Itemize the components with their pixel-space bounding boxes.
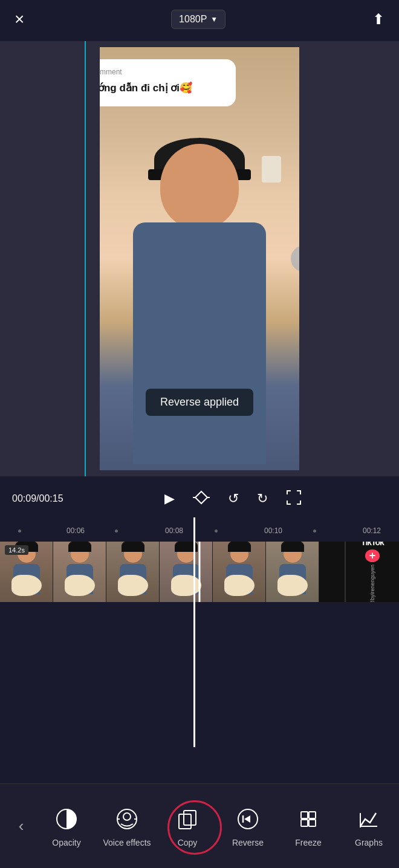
thumb-dog-5 — [277, 575, 308, 596]
ruler-mark-dot-1 — [115, 530, 118, 533]
toolbar-item-opacity[interactable]: Opacity — [36, 799, 97, 853]
header: × 1080P ▼ ⬆ — [0, 0, 399, 39]
thumb-dog-0 — [11, 575, 42, 596]
opacity-icon — [53, 805, 80, 833]
person-figure — [109, 120, 290, 470]
ruler-dot-3 — [313, 530, 316, 533]
fullscreen-button[interactable] — [286, 490, 302, 508]
video-frame: Reply to mingshu_mt's comment Up video h… — [100, 47, 299, 470]
ruler-dot-1 — [115, 530, 118, 533]
ruler-mark-dot-2 — [215, 530, 218, 533]
freeze-label: Freeze — [295, 838, 322, 847]
svg-marker-13 — [244, 815, 250, 823]
play-button[interactable]: ▶ — [164, 492, 175, 505]
ruler-mark-1: 00:08 — [165, 526, 183, 535]
undo-button[interactable]: ↺ — [228, 492, 239, 505]
toolbar-item-graphs[interactable]: Graphs — [339, 799, 399, 853]
video-preview: Reply to mingshu_mt's comment Up video h… — [0, 41, 399, 476]
opacity-label: Opacity — [52, 838, 80, 847]
tiktok-plus-icon: + — [365, 549, 380, 562]
strip-thumb-3 — [160, 542, 213, 602]
toolbar-item-voice-effects[interactable]: Voice effects — [97, 799, 157, 853]
thumb-person-5 — [274, 545, 311, 599]
strip-thumb-5 — [266, 542, 319, 602]
scrub-handle[interactable] — [291, 245, 299, 272]
ruler-label-3: 00:12 — [363, 526, 381, 535]
empty-tracks — [0, 602, 399, 747]
copy-label: Copy — [178, 838, 198, 847]
thumb-dog-2 — [118, 575, 148, 596]
thumb-bg-1 — [53, 542, 106, 602]
comment-reply-text: Reply to mingshu_mt's comment — [100, 68, 225, 76]
timeline-line — [85, 41, 86, 476]
thumb-head-2 — [124, 545, 142, 563]
video-strip[interactable]: TikTok + @byirenenguyen — [0, 542, 399, 602]
svg-rect-15 — [301, 812, 308, 818]
comment-bubble: Reply to mingshu_mt's comment Up video h… — [100, 59, 236, 106]
thumb-person-1 — [62, 545, 98, 599]
strip-duration-label: 14.2s — [5, 545, 28, 555]
ruler-mark-3: 00:12 — [363, 526, 381, 535]
thumb-dog-3 — [171, 575, 201, 596]
tiktok-logo-icon: TikTok — [361, 542, 384, 547]
reverse-label: Reverse — [232, 838, 264, 847]
voice-effects-icon — [113, 805, 141, 833]
resolution-button[interactable]: 1080P ▼ — [171, 10, 225, 29]
toolbar-item-reverse[interactable]: Reverse — [218, 799, 278, 853]
svg-rect-16 — [309, 812, 316, 818]
ruler-dot-2 — [215, 530, 218, 533]
toolbar-item-freeze[interactable]: Freeze — [278, 799, 339, 853]
thumb-bg-3 — [160, 542, 212, 602]
export-button[interactable]: ⬆ — [372, 11, 384, 28]
ruler-mark-2: 00:10 — [264, 526, 282, 535]
time-display: 00:09/00:15 — [12, 493, 79, 504]
resolution-arrow: ▼ — [210, 15, 218, 24]
strip-thumb-2 — [106, 542, 160, 602]
voice-effects-label: Voice effects — [103, 838, 151, 847]
svg-marker-2 — [195, 491, 207, 504]
graphs-label: Graphs — [355, 838, 383, 847]
ruler-label-1: 00:08 — [165, 526, 183, 535]
current-time: 00:09 — [12, 493, 36, 504]
comment-text: Up video hướng dẫn đi chị ơi🥰 — [100, 81, 192, 96]
toolbar-item-copy[interactable]: Copy — [157, 799, 218, 853]
timeline-ruler[interactable]: 00:06 00:08 00:10 00:12 — [0, 520, 399, 542]
ruler-mark-dot-3 — [313, 530, 316, 533]
thumb-person-4 — [221, 545, 258, 599]
svg-rect-11 — [179, 814, 191, 829]
toolbar-back-button[interactable]: ‹ — [6, 811, 36, 841]
redo-button[interactable]: ↻ — [257, 492, 268, 505]
svg-rect-18 — [309, 820, 316, 826]
strip-thumb-1 — [53, 542, 106, 602]
thumb-head-5 — [284, 545, 302, 563]
full-playhead — [193, 517, 195, 747]
graphs-icon — [355, 805, 383, 833]
total-time: 00:15 — [39, 493, 63, 504]
svg-rect-10 — [184, 811, 196, 825]
video-strip-container[interactable]: 14.2s — [0, 542, 399, 602]
ruler-label-2: 00:10 — [264, 526, 282, 535]
thumb-person-2 — [115, 545, 151, 599]
ruler-dot — [18, 530, 21, 533]
comment-content: Up video hướng dẫn đi chị ơi🥰 — [100, 81, 225, 98]
back-arrow-icon: ‹ — [19, 817, 24, 835]
svg-rect-17 — [301, 820, 308, 826]
freeze-icon — [294, 805, 322, 833]
thumb-dog-4 — [224, 575, 255, 596]
thumb-head-3 — [177, 545, 195, 563]
copy-icon — [174, 805, 201, 833]
thumb-bg-4 — [213, 542, 265, 602]
svg-point-7 — [123, 813, 131, 820]
resolution-label: 1080P — [179, 14, 207, 25]
reverse-icon — [234, 805, 262, 833]
keyframe-button[interactable] — [193, 489, 210, 508]
close-button[interactable]: × — [15, 11, 24, 28]
controls-bar: 00:09/00:15 ▶ ↺ ↻ — [0, 478, 399, 520]
ruler-mark-0: 00:06 — [66, 526, 85, 535]
thumb-bg-2 — [106, 542, 159, 602]
person-body — [133, 222, 266, 464]
thumb-dog-1 — [65, 575, 95, 596]
thumb-bg-5 — [266, 542, 319, 602]
ruler-mark-dot-0 — [18, 530, 21, 533]
strip-thumb-4 — [213, 542, 266, 602]
